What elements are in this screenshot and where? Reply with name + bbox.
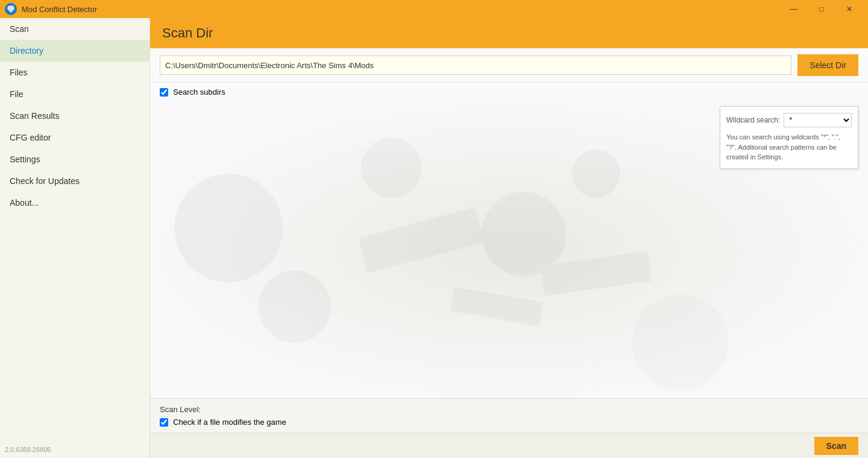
directory-input[interactable] <box>160 56 791 75</box>
sidebar-item-scan-results[interactable]: Scan Results <box>0 105 149 127</box>
scan-button[interactable]: Scan <box>814 437 858 455</box>
app-body: Scan Directory Files File Scan Results C… <box>0 18 868 458</box>
search-subdirs-label[interactable]: Search subdirs <box>173 87 225 97</box>
wildcard-description: You can search using wildcards "*", ".",… <box>726 132 852 162</box>
content-area: Wildcard search: * ? You can search usin… <box>150 101 868 398</box>
search-subdirs-row: Search subdirs <box>150 83 868 101</box>
bottom-bar: Scan <box>150 433 868 458</box>
close-button[interactable]: ✕ <box>835 0 863 18</box>
header-bar: Scan Dir <box>150 18 868 48</box>
wildcard-label-row: Wildcard search: * ? <box>726 113 852 127</box>
page-title: Scan Dir <box>162 25 213 41</box>
sidebar-item-file[interactable]: File <box>0 83 149 105</box>
app-title: Mod Conflict Detector <box>22 5 97 14</box>
sidebar-item-about[interactable]: About... <box>0 192 149 214</box>
wildcard-select[interactable]: * ? <box>784 113 852 127</box>
sidebar-item-settings[interactable]: Settings <box>0 148 149 170</box>
version-label: 2.0.6368.26806 <box>5 446 51 453</box>
select-dir-button[interactable]: Select Dir <box>797 54 858 76</box>
sidebar-item-directory[interactable]: Directory <box>0 40 149 62</box>
scan-level-title: Scan Level: <box>160 405 858 414</box>
sidebar-item-scan[interactable]: Scan <box>0 18 149 40</box>
scan-level-check-row: Check if a file modifies the game <box>160 418 858 427</box>
directory-row: Select Dir <box>150 48 868 83</box>
main-content: Scan Dir Select Dir Search subdirs <box>150 18 868 458</box>
search-subdirs-checkbox[interactable] <box>160 88 168 97</box>
sidebar-item-cfg-editor[interactable]: CFG editor <box>0 127 149 148</box>
titlebar-left: Mod Conflict Detector <box>5 3 97 15</box>
minimize-button[interactable]: — <box>780 0 808 18</box>
scan-level-check-label[interactable]: Check if a file modifies the game <box>173 418 286 427</box>
sidebar-item-check-updates[interactable]: Check for Updates <box>0 170 149 192</box>
sidebar-item-files[interactable]: Files <box>0 62 149 83</box>
scan-level-area: Scan Level: Check if a file modifies the… <box>150 398 868 433</box>
app-icon <box>5 3 17 15</box>
scan-level-checkbox[interactable] <box>160 418 168 427</box>
wildcard-label: Wildcard search: <box>726 116 780 124</box>
window-controls: — □ ✕ <box>780 0 863 18</box>
wildcard-box: Wildcard search: * ? You can search usin… <box>720 106 858 169</box>
sidebar: Scan Directory Files File Scan Results C… <box>0 18 150 458</box>
maximize-button[interactable]: □ <box>808 0 835 18</box>
titlebar: Mod Conflict Detector — □ ✕ <box>0 0 868 18</box>
